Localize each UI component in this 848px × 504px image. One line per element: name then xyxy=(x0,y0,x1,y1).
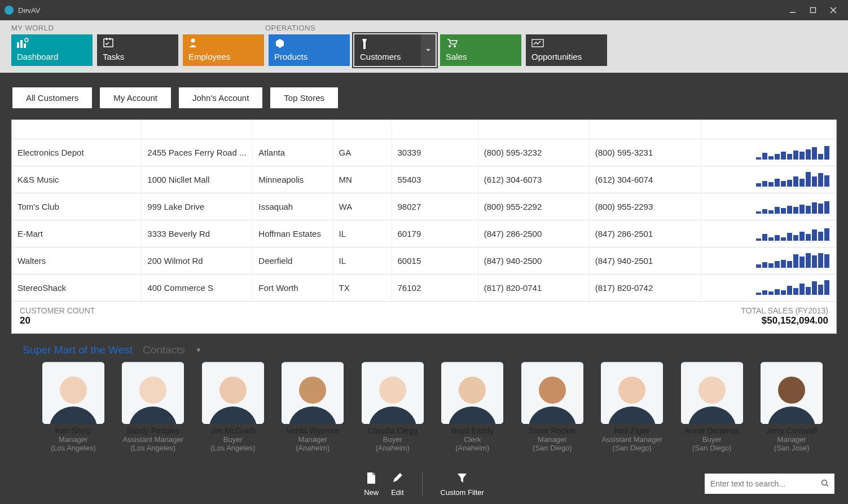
action-new[interactable]: New xyxy=(364,472,379,497)
cell-name: Electronics Depot xyxy=(12,139,142,166)
detail-customer-name[interactable]: Super Mart of the West xyxy=(23,344,133,356)
table-row[interactable]: K&S Music1000 Nicllet MallMinneapolisMN5… xyxy=(12,166,836,193)
avatar xyxy=(282,362,344,424)
nav-tasks[interactable]: Tasks xyxy=(97,34,178,66)
cell-fax: (847) 940-2501 xyxy=(589,247,700,275)
contact-card[interactable]: Ken ShotzManager(Los Angeles) xyxy=(39,362,107,452)
table-row[interactable]: StereoShack400 Commerce SFort WorthTX761… xyxy=(12,275,836,302)
cell-address: 3333 Beverly Rd xyxy=(142,220,253,247)
nav-customers-dropdown[interactable] xyxy=(421,34,436,66)
table-row[interactable]: Walters200 Wilmot RdDeerfieldIL60015(847… xyxy=(12,247,836,275)
cell-zip: 76102 xyxy=(392,275,478,302)
nav-customers[interactable]: Customers xyxy=(354,34,436,66)
contact-card[interactable]: Jerry CornwallManager(San Jose) xyxy=(758,362,826,452)
search-icon[interactable] xyxy=(821,479,829,489)
window-minimize-button[interactable] xyxy=(783,2,803,18)
svg-point-11 xyxy=(191,39,195,43)
contact-card[interactable]: Claudia CleggBuyer(Anaheim) xyxy=(359,362,427,452)
cell-city: Deerfield xyxy=(253,247,333,275)
action-custom-filter[interactable]: Custom Filter xyxy=(441,472,484,497)
active-tab-arrow xyxy=(419,73,428,77)
cell-sparkline xyxy=(700,193,836,220)
svg-point-41 xyxy=(698,377,726,404)
nav-sales-label: Sales xyxy=(446,52,516,61)
nav-sales[interactable]: Sales xyxy=(440,34,521,66)
search-box[interactable] xyxy=(705,474,834,494)
cell-zip: 30339 xyxy=(392,139,478,166)
contact-location: (Anaheim) xyxy=(279,444,347,452)
action-filter-label: Custom Filter xyxy=(441,488,484,497)
ribbon-group-operations: OPERATIONS xyxy=(265,24,315,32)
avatar xyxy=(761,362,823,424)
contact-location: (Anaheim) xyxy=(439,444,507,452)
contact-card[interactable]: Annie DeramusBuyer(San Diego) xyxy=(678,362,746,452)
cell-city: Atlanta xyxy=(253,139,333,166)
cell-phone: (800) 955-2292 xyxy=(478,193,589,220)
contact-card[interactable]: Steve RockerManager(San Diego) xyxy=(519,362,586,452)
svg-point-44 xyxy=(778,377,805,404)
cell-sparkline xyxy=(700,275,836,302)
cell-state: TX xyxy=(333,275,392,302)
total-sales-value: $50,152,094.00 xyxy=(741,315,828,326)
nav-dashboard[interactable]: Dashboard xyxy=(11,34,93,66)
contact-name: Steve Rocker xyxy=(519,426,586,435)
chevron-down-icon[interactable]: ▼ xyxy=(195,346,202,354)
avatar xyxy=(521,362,583,424)
contact-card[interactable]: Neil ZiglerAssistant Manager(San Diego) xyxy=(599,362,666,452)
svg-rect-14 xyxy=(532,39,543,47)
cell-zip: 98027 xyxy=(392,193,478,220)
subnav-all-customers[interactable]: All Customers xyxy=(12,87,92,108)
nav-products[interactable]: Products xyxy=(269,34,350,66)
svg-line-46 xyxy=(827,485,828,487)
contact-location: (Los Angeles) xyxy=(39,444,107,452)
cell-phone: (817) 820-0741 xyxy=(478,275,589,302)
subnav-top-stores[interactable]: Top Stores xyxy=(270,87,338,108)
svg-point-45 xyxy=(822,480,827,485)
contact-location: (San Diego) xyxy=(519,444,586,452)
table-row[interactable]: Electronics Depot2455 Paces Ferry Road .… xyxy=(12,139,836,166)
cell-address: 2455 Paces Ferry Road ... xyxy=(142,139,253,166)
contact-card[interactable]: Sandy PeoplesAssistant Manager(Los Angel… xyxy=(120,362,187,452)
contact-name: Jim McGrath xyxy=(199,426,267,435)
opportunities-icon xyxy=(531,38,601,49)
sales-icon xyxy=(446,38,516,49)
action-edit-label: Edit xyxy=(391,488,403,497)
cell-phone: (847) 286-2500 xyxy=(478,220,589,247)
contact-card[interactable]: Jim McGrathBuyer(Los Angeles) xyxy=(199,362,267,452)
contact-name: Neil Zigler xyxy=(599,426,666,435)
contact-name: Sandy Peoples xyxy=(120,426,187,435)
search-input[interactable] xyxy=(710,479,821,488)
contact-role: Manager xyxy=(519,435,586,444)
avatar xyxy=(601,362,663,424)
customer-count-label: CUSTOMER COUNT xyxy=(20,306,95,315)
cell-fax: (800) 595-3231 xyxy=(589,139,700,166)
cell-sparkline xyxy=(700,247,836,275)
action-edit[interactable]: Edit xyxy=(391,472,403,497)
window-maximize-button[interactable] xyxy=(803,2,823,18)
contact-name: Jerry Cornwall xyxy=(758,426,826,435)
nav-opportunities-label: Opportunities xyxy=(531,52,601,61)
subnav-my-account[interactable]: My Account xyxy=(100,87,171,108)
contact-name: Boyd Eaddy xyxy=(439,426,507,435)
contact-card[interactable]: Boyd EaddyClerk(Anaheim) xyxy=(439,362,507,452)
cell-city: Hoffman Estates xyxy=(253,220,333,247)
customers-icon xyxy=(360,38,415,49)
cell-fax: (847) 286-2501 xyxy=(589,220,700,247)
svg-rect-4 xyxy=(17,42,19,48)
avatar xyxy=(42,362,104,424)
cell-name: E-Mart xyxy=(12,220,142,247)
table-row[interactable]: Tom's Club999 Lake DriveIssaquahWA98027(… xyxy=(12,193,836,220)
nav-opportunities[interactable]: Opportunities xyxy=(526,34,607,66)
cell-city: Minneapolis xyxy=(253,166,333,193)
cell-name: StereoShack xyxy=(12,275,142,302)
contact-card[interactable]: Verda WymoreManager(Anaheim) xyxy=(279,362,347,452)
subnav-johns-account[interactable]: John's Account xyxy=(179,87,262,108)
cell-state: MN xyxy=(333,166,392,193)
table-row[interactable]: E-Mart3333 Beverly RdHoffman EstatesIL60… xyxy=(12,220,836,247)
window-close-button[interactable] xyxy=(823,2,843,18)
nav-employees[interactable]: Employees xyxy=(183,34,264,66)
contact-role: Buyer xyxy=(678,435,746,444)
detail-section-label[interactable]: Contacts xyxy=(143,344,185,356)
cell-city: Fort Worth xyxy=(253,275,333,302)
svg-rect-1 xyxy=(811,8,816,13)
